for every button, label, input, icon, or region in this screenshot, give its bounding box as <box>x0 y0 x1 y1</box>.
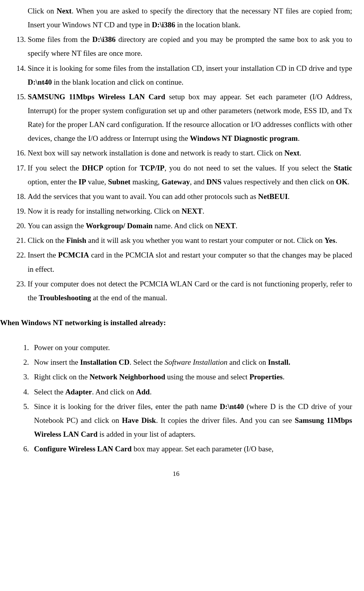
text: is added in your list of adapters. <box>98 430 196 438</box>
text: . <box>283 373 285 381</box>
page-number: 16 <box>0 468 352 480</box>
list-item: Since it is looking for the driver files… <box>31 400 352 441</box>
list-item: Power on your computer. <box>31 341 352 354</box>
bold-text: NEXT <box>215 222 236 230</box>
text: Add the services that you want to avail.… <box>28 192 258 201</box>
item-12-continuation: Click on Next. When you are asked to spe… <box>0 4 352 32</box>
text: Since it is looking for some files from … <box>28 64 352 72</box>
bold-text: Properties <box>249 373 283 381</box>
list-item: If you select the DHCP option for TCP/IP… <box>28 161 352 189</box>
text: masking, <box>130 178 162 186</box>
text: in the blank location and click on conti… <box>52 78 183 86</box>
bold-text: Install. <box>268 358 290 366</box>
bold-text: D:\nt40 <box>220 402 244 411</box>
bold-text: Next <box>57 7 72 15</box>
text: using the mouse and select <box>165 373 249 381</box>
text: Now insert the <box>34 358 80 366</box>
list-item: You can assign the Workgroup/ Domain nam… <box>28 219 352 233</box>
list-item: Right click on the Network Neighborhood … <box>31 370 352 384</box>
text: value, <box>86 178 108 186</box>
bold-text: NetBEUI <box>258 192 288 201</box>
bold-text: Finish <box>66 236 87 244</box>
text: Right click on the <box>34 373 89 381</box>
text: . It copies the driver files. And you ca… <box>156 416 295 424</box>
bold-text: Configure Wireless LAN Card <box>34 445 132 453</box>
list-item: Insert the PCMCIA card in the PCMCIA slo… <box>28 248 352 276</box>
text: . <box>300 149 302 157</box>
bold-text: Adapter <box>65 388 92 396</box>
text: Click on the <box>28 236 66 244</box>
text: Now it is ready for installing networkin… <box>28 207 181 215</box>
bold-text: Troubleshooting <box>39 294 91 302</box>
list-item: SAMSUNG 11Mbps Wireless LAN Card setup b… <box>28 90 352 146</box>
text: box may appear. Set each parameter (I/O … <box>132 445 273 453</box>
text: . <box>150 388 152 396</box>
text: Click on <box>28 7 57 15</box>
bold-text: Gateway <box>162 178 190 186</box>
bold-text: Workgroup/ Domain <box>86 222 153 230</box>
bold-text: Add <box>136 388 150 396</box>
bold-text: Yes <box>324 236 335 244</box>
text: Next box will say network installation i… <box>28 149 285 157</box>
text: , and <box>190 178 207 186</box>
bold-text: D:\nt40 <box>28 78 52 86</box>
text: Select the <box>34 388 65 396</box>
list-item: Click on the Finish and it will ask you … <box>28 233 352 247</box>
text: Since it is looking for the driver files… <box>34 402 220 411</box>
bold-text: Static <box>334 164 352 172</box>
text: Some files from the <box>28 35 92 44</box>
instruction-list-1: Some files from the D:\i386 directory ar… <box>0 32 352 305</box>
bold-text: Next <box>285 149 300 157</box>
text: . <box>202 207 204 215</box>
list-item: Now it is ready for installing networkin… <box>28 204 352 218</box>
text: in the location blank. <box>175 21 240 29</box>
text: and click on <box>228 358 268 366</box>
text: . And click on <box>92 388 136 396</box>
list-item: Since it is looking for some files from … <box>28 61 352 89</box>
list-item: Add the services that you want to avail.… <box>28 189 352 203</box>
bold-text: D:\i386 <box>152 21 175 29</box>
bold-text: Windows NT Diagnostic program <box>190 134 298 142</box>
text: . <box>348 178 350 186</box>
text: . Select the <box>130 358 165 366</box>
bold-text: Network Neighborhood <box>89 373 165 381</box>
bold-text: SAMSUNG 11Mbps Wireless LAN Card <box>28 93 165 101</box>
italic-text: Software Installation <box>164 358 227 366</box>
text: values respectively and then click on <box>221 178 336 186</box>
list-item: Next box will say network installation i… <box>28 146 352 160</box>
text: and it will ask you whether you want to … <box>86 236 324 244</box>
text: option, enter the <box>28 178 79 186</box>
bold-text: TCP/IP <box>140 164 164 172</box>
text: option for <box>103 164 140 172</box>
list-item: Configure Wireless LAN Card box may appe… <box>31 442 352 456</box>
text: . <box>288 192 290 201</box>
text: name. And click on <box>153 222 215 230</box>
bold-text: OK <box>336 178 348 186</box>
bold-text: Subnet <box>108 178 130 186</box>
text: . <box>335 236 337 244</box>
bold-text: Installation CD <box>80 358 130 366</box>
text: . <box>236 222 238 230</box>
bold-text: NEXT <box>181 207 202 215</box>
list-item: Now insert the Installation CD. Select t… <box>31 355 352 369</box>
text: , you do not need to set the values. If … <box>164 164 334 172</box>
bold-text: Have Disk <box>122 416 156 424</box>
list-item: If your computer does not detect the PCM… <box>28 277 352 305</box>
instruction-list-2: Power on your computer. Now insert the I… <box>0 341 352 456</box>
text: If you select the <box>28 164 82 172</box>
list-item: Some files from the D:\i386 directory ar… <box>28 32 352 60</box>
text: You can assign the <box>28 222 86 230</box>
text: . <box>298 134 300 142</box>
text: at the end of the manual. <box>91 294 167 302</box>
bold-text: PCMCIA <box>58 251 89 259</box>
list-item: Select the Adapter. And click on Add. <box>31 385 352 399</box>
bold-text: IP <box>79 178 86 186</box>
text: Insert the <box>28 251 58 259</box>
bold-text: DHCP <box>82 164 103 172</box>
bold-text: D:\i386 <box>92 35 115 44</box>
bold-text: DNS <box>206 178 221 186</box>
section-heading: When Windows NT networking is installed … <box>0 316 352 330</box>
